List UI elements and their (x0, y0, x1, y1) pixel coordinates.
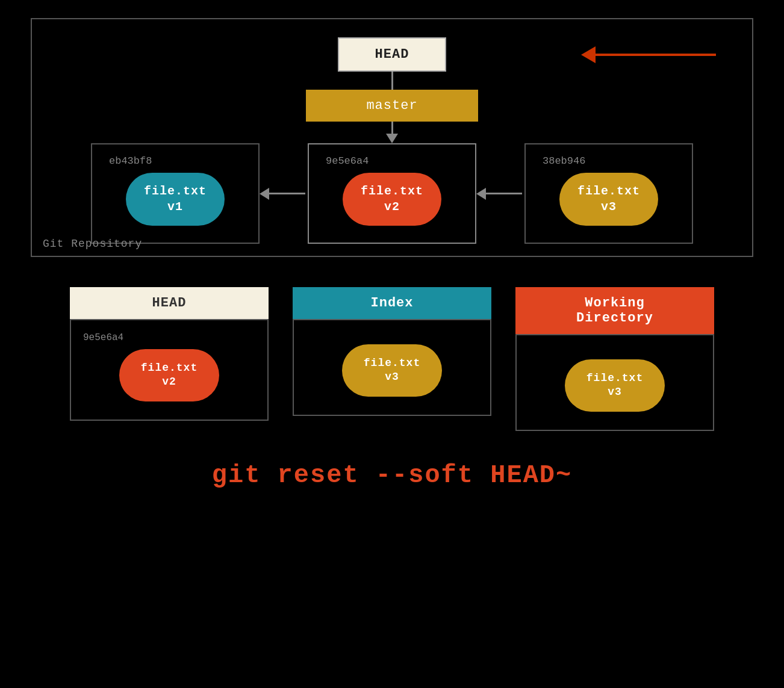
git-command: git reset --soft HEAD~ (212, 461, 573, 490)
arrow-head-icon (581, 46, 596, 63)
working-dir-header: Working Directory (515, 287, 714, 334)
arrow-center-to-left (260, 188, 308, 200)
commit-hash-9e5e6a4: 9e5e6a4 (321, 155, 369, 167)
head-section: HEAD (50, 37, 734, 72)
arrow-down-icon (386, 134, 398, 143)
arrow-head-left-icon-2 (476, 188, 486, 200)
connector-head-master (391, 72, 393, 90)
master-box: master (306, 90, 478, 122)
commit-blob-eb43bf8: file.txtv1 (126, 173, 225, 226)
index-area-header: Index (293, 287, 491, 319)
commit-hash-38eb946: 38eb946 (538, 155, 585, 167)
commit-blob-9e5e6a4: file.txtv2 (343, 173, 441, 226)
working-dir-blob: file.txtv3 (565, 359, 665, 412)
working-dir-content: file.txtv3 (515, 334, 714, 431)
commit-blob-38eb946: file.txtv3 (559, 173, 658, 226)
bottom-section: HEAD 9e5e6a4 file.txtv2 Index file.txtv3… (31, 287, 753, 431)
git-repository-box: HEAD master eb43bf8 file.txtv1 (31, 18, 753, 257)
index-area-content: file.txtv3 (293, 319, 491, 416)
master-section: master (50, 90, 734, 122)
commit-box-38eb946: 38eb946 file.txtv3 (524, 143, 693, 244)
commit-box-eb43bf8: eb43bf8 file.txtv1 (91, 143, 260, 244)
head-area: HEAD 9e5e6a4 file.txtv2 (70, 287, 269, 431)
index-area: Index file.txtv3 (293, 287, 491, 431)
h-arrow-left-icon (260, 188, 305, 200)
commits-row: eb43bf8 file.txtv1 9e5e6a4 file.txtv2 38… (50, 143, 734, 244)
index-area-blob: file.txtv3 (342, 344, 442, 397)
arrow-line-h-2 (486, 193, 522, 194)
head-box: HEAD (338, 37, 447, 72)
commit-box-9e5e6a4: 9e5e6a4 file.txtv2 (308, 143, 476, 244)
working-dir-area: Working Directory file.txtv3 (515, 287, 714, 431)
arrow-line-h (269, 193, 305, 194)
h-arrow-left-icon-2 (476, 188, 522, 200)
head-area-header: HEAD (70, 287, 269, 319)
arrow-right-to-center (476, 188, 524, 200)
commit-hash-eb43bf8: eb43bf8 (104, 155, 152, 167)
head-area-content: 9e5e6a4 file.txtv2 (70, 319, 269, 421)
head-arrow (581, 46, 716, 63)
arrow-head-left-icon (260, 188, 269, 200)
head-area-blob: file.txtv2 (119, 349, 219, 401)
head-area-hash: 9e5e6a4 (83, 332, 123, 343)
git-repo-label: Git Repository (43, 238, 142, 250)
arrow-line (596, 54, 716, 56)
connector-master-commit (391, 122, 393, 134)
